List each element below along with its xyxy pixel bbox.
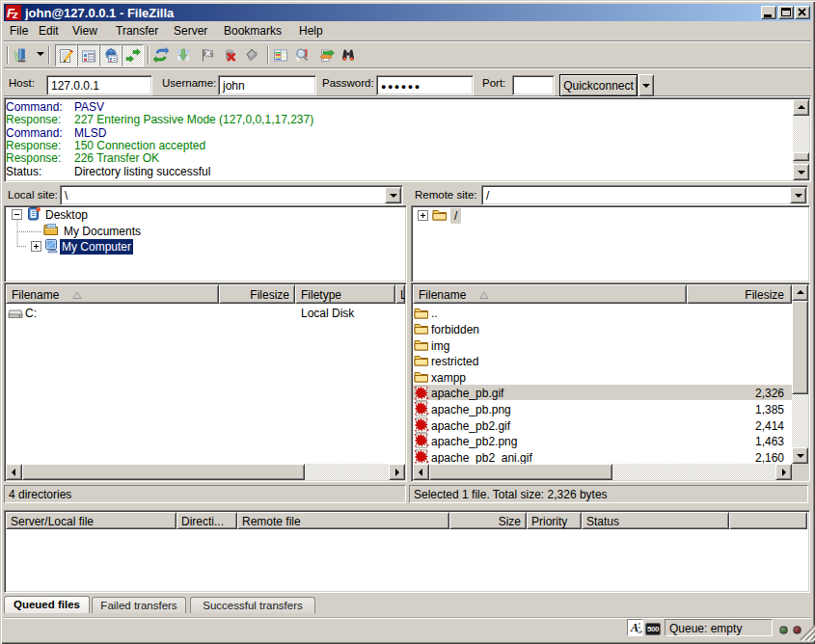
svg-text:z: z	[12, 9, 18, 20]
svg-text:A: A	[630, 621, 638, 634]
